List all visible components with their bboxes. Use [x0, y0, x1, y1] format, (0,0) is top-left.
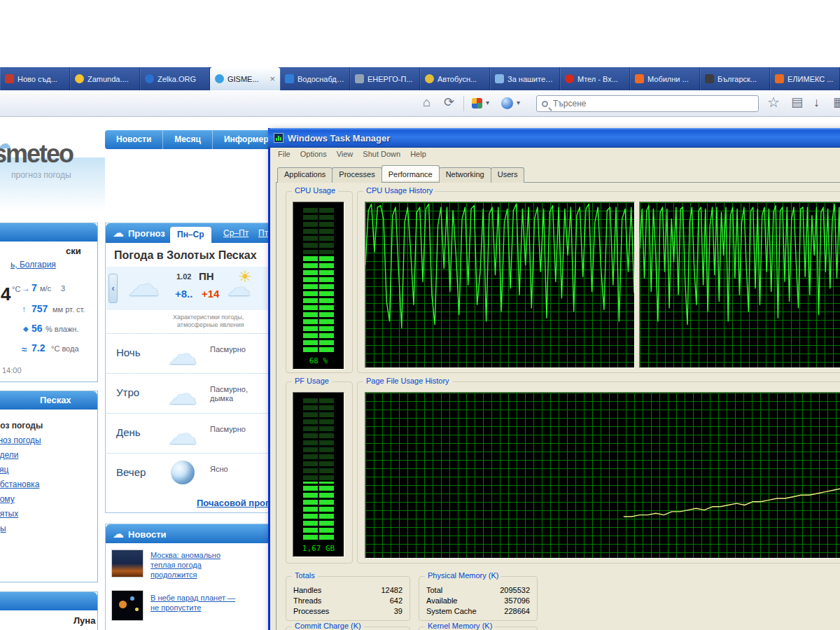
tab-users[interactable]: Users	[491, 167, 525, 183]
humidity-unit: % влажн.	[46, 325, 78, 333]
tab-performance[interactable]: Performance	[382, 165, 440, 181]
kernel-memory-group: Kernel Memory (K)	[419, 626, 538, 630]
stat-row: Threads642	[293, 596, 402, 606]
reload-icon[interactable]: ⟳	[444, 95, 454, 109]
globe-icon[interactable]	[501, 97, 513, 109]
sidebar-item[interactable]: рому	[0, 492, 94, 507]
group-caption: Page File Usage History	[363, 377, 452, 385]
prev-day-button[interactable]: ‹	[108, 274, 118, 303]
browser-tab[interactable]: Мтел - Вх...	[560, 67, 630, 90]
favicon	[145, 74, 154, 83]
cloud-icon: ☁	[113, 527, 124, 540]
commit-charge-group: Commit Charge (K)	[286, 626, 410, 630]
sidebar-item[interactable]: сяц	[0, 463, 94, 477]
sidebar-item[interactable]: обстановка	[0, 477, 94, 492]
site-logo-subtitle: прогноз погоды	[11, 170, 71, 180]
group-caption: CPU Usage History	[363, 186, 435, 195]
search-box	[536, 95, 759, 112]
browser-toolbar: ⌂ ⟳ ▾ ▾ ☆ ▤ ↓ ▦	[0, 90, 840, 117]
location-name: ски	[66, 246, 81, 256]
news-thumbnail[interactable]	[111, 550, 144, 578]
menu-file[interactable]: File	[273, 149, 295, 160]
task-manager-window: Windows Task Manager File Options View S…	[268, 128, 840, 630]
group-caption: Kernel Memory (K)	[425, 622, 495, 630]
apps-grid-icon[interactable]: ▦	[833, 95, 840, 109]
group-caption: Physical Memory (K)	[425, 571, 501, 580]
sidebar-item[interactable]: ды	[0, 522, 94, 536]
forecast-tab-mon-wed[interactable]: Пн–Ср	[170, 227, 211, 243]
pagefile-history-group: Page File Usage History	[357, 382, 840, 564]
news-link[interactable]: Москва: аномально теплая погода продолжи…	[150, 550, 239, 580]
chevron-down-icon[interactable]: ▾	[517, 99, 520, 106]
menu-options[interactable]: Options	[295, 149, 332, 160]
humidity-value: 56	[31, 323, 43, 334]
cpu-history-chart-1	[365, 202, 635, 368]
tab-networking[interactable]: Networking	[439, 167, 491, 183]
browser-tab-active[interactable]: GISME...×	[210, 67, 280, 90]
browser-tab[interactable]: Zamunda....	[70, 67, 140, 90]
bookmark-star-icon[interactable]: ☆	[767, 95, 780, 109]
day-weekday: ПН	[199, 270, 214, 282]
sidebar-item-current[interactable]: ноз погоды	[0, 419, 94, 433]
cloud-icon: ☁	[168, 340, 197, 369]
reading-list-icon[interactable]: ▤	[791, 95, 803, 109]
browser-tab[interactable]: ЕНЕРГО-П...	[350, 67, 420, 90]
browser-tab[interactable]: Мобилни ...	[630, 67, 700, 90]
cloud-icon: ☁	[168, 379, 197, 409]
browser-tab[interactable]: Българск...	[700, 67, 770, 90]
tab-strip: Applications Processes Performance Netwo…	[277, 167, 524, 183]
tab-applications[interactable]: Applications	[277, 167, 332, 183]
pf-usage-group: PF Usage 1,67 GB	[286, 382, 353, 564]
browser-tab[interactable]: Автобусн...	[420, 67, 490, 90]
browser-tab[interactable]: Ново съд...	[0, 67, 70, 90]
palette-icon[interactable]	[472, 98, 482, 108]
current-conditions-box: ски ь, Болгария 4 °C → 7 м/с 3 ↑ 757 мм …	[0, 223, 98, 382]
nav-item-news[interactable]: Новости	[105, 130, 163, 149]
day-date: 1.02	[176, 272, 191, 281]
moon-label: Луна	[74, 615, 95, 626]
favicon	[775, 74, 784, 83]
news-thumbnail[interactable]	[111, 590, 144, 621]
humidity-icon: ◆	[23, 325, 29, 332]
tab-close-icon[interactable]: ×	[270, 74, 275, 83]
region-link[interactable]: ь, Болгария	[10, 260, 56, 270]
group-caption: Commit Charge (K)	[292, 622, 364, 630]
page-title: Погода в Золотых Песках	[114, 249, 257, 262]
site-nav: Новости Месяц Информер	[105, 130, 281, 149]
tab-processes[interactable]: Processes	[332, 167, 382, 183]
temp-min: +8..	[175, 288, 192, 300]
stat-row: Processes39	[293, 606, 402, 617]
browser-tab[interactable]: За нашите кл...	[490, 67, 560, 90]
menu-view[interactable]: View	[332, 149, 358, 160]
download-icon[interactable]: ↓	[813, 95, 820, 109]
chevron-down-icon[interactable]: ▾	[486, 99, 489, 106]
wind-value: 7	[31, 282, 37, 293]
title-bar[interactable]: Windows Task Manager	[268, 128, 840, 148]
stat-row: Total2095532	[426, 585, 530, 596]
news-link[interactable]: В небе парад планет — не пропустите	[150, 593, 244, 612]
browser-tab[interactable]: Zelka.ORG	[140, 67, 210, 90]
sidebar-item[interactable]: едели	[0, 448, 94, 463]
water-icon: ≈	[22, 344, 27, 355]
menu-help[interactable]: Help	[405, 149, 431, 160]
stat-row: Available357096	[426, 596, 530, 606]
pf-gauge: 1,67 GB	[293, 392, 344, 557]
search-icon	[542, 101, 548, 107]
forecast-tab-wed-fri[interactable]: Ср–Пт	[223, 228, 248, 238]
physical-memory-group: Physical Memory (K) Total2095532 Availab…	[419, 576, 538, 621]
current-temp-unit: °C	[12, 285, 20, 293]
browser-tab[interactable]: Водоснабдява...	[280, 67, 350, 90]
cpu-gauge: 68 %	[293, 202, 344, 370]
site-logo[interactable]: gismeteo	[0, 139, 73, 169]
nav-item-month[interactable]: Месяц	[163, 130, 213, 149]
menu-shutdown[interactable]: Shut Down	[358, 149, 405, 160]
sidebar-item[interactable]: гноз погоды	[0, 433, 94, 448]
favicon	[635, 74, 644, 83]
sidebar-item[interactable]: нятых	[0, 507, 94, 522]
home-icon[interactable]: ⌂	[423, 95, 430, 109]
browser-tab[interactable]: ЕЛИМЕКС ...	[770, 67, 840, 90]
row-time: Ночь	[116, 346, 140, 358]
pagefile-history-chart	[365, 392, 840, 559]
search-input[interactable]	[553, 99, 753, 108]
row-condition: Пасмурно	[210, 345, 260, 354]
